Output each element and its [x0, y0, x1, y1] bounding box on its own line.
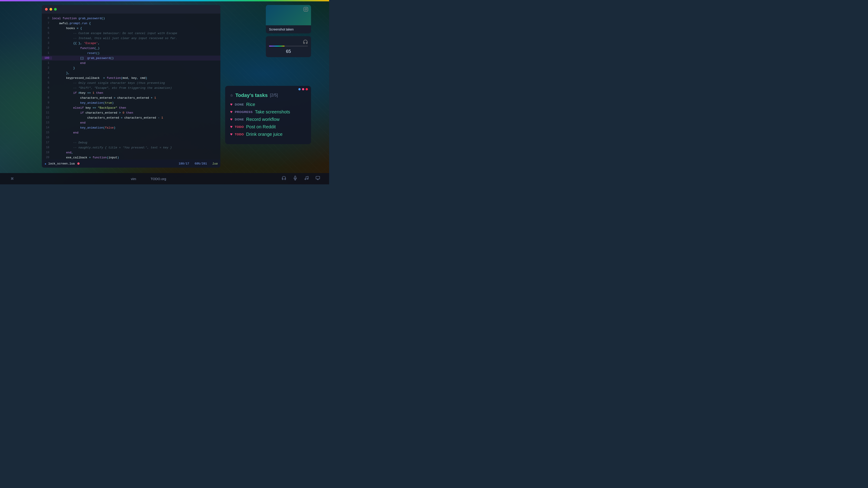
center-label: TODO.org: [151, 177, 166, 181]
line-num: 6: [42, 27, 52, 30]
code-line-25: 16: [42, 135, 220, 140]
line-num: 5: [42, 81, 52, 85]
instagram-icon: [303, 7, 308, 13]
line-num: 7: [42, 91, 52, 94]
code-line-15: 6 -- "Shift", "Escape", etc from trigger…: [42, 86, 220, 90]
line-num: 4: [42, 37, 52, 40]
code-line-28: 19 end,: [42, 150, 220, 155]
line-text: hooks = {: [52, 27, 82, 30]
code-line-4: 5 -- Custom escape behaviour: Do not can…: [42, 31, 220, 36]
line-text: -- Debug: [52, 141, 87, 144]
heart-icon-3: ♥: [230, 117, 232, 122]
todo-dot-pink: [302, 88, 304, 90]
line-text: elseif key == "BackSpace" then: [52, 106, 126, 109]
line-text: if characters_entered > 0 then: [52, 111, 133, 115]
line-num: 9: [42, 101, 52, 104]
todo-text-screenshots: Take screenshots: [255, 109, 290, 115]
screenshot-text: Screenshot taken: [269, 28, 308, 31]
line-num: 1: [42, 61, 52, 65]
headphone-icon: [269, 39, 308, 44]
line-num: 10: [42, 106, 52, 109]
line-text: end,: [52, 151, 73, 154]
cmd-icon[interactable]: ⌘: [9, 176, 16, 182]
status-position: 180/17: [179, 162, 189, 165]
status-filename: lock_screen.lua: [48, 162, 74, 165]
line-text: key_animation(false): [52, 126, 116, 129]
taskbar: ⌘ vim TODO.org: [0, 173, 329, 184]
todo-status-todo-2: TODO: [235, 133, 244, 136]
line-text: exe_callback = function(input): [52, 156, 119, 159]
line-num: 18: [42, 146, 52, 149]
todo-star-icon: ☆: [230, 92, 233, 98]
music-panel: 65: [266, 36, 311, 57]
todo-status-todo-1: TODO: [235, 125, 244, 129]
line-num: 4: [42, 76, 52, 79]
line-num: 8: [42, 96, 52, 99]
todo-text-rice: Rice: [246, 102, 255, 107]
line-text: -- "Shift", "Escape", etc from triggerin…: [52, 86, 172, 90]
code-line-26: 17 -- Debug: [42, 140, 220, 145]
code-line-current: 180 [] grab_password(): [42, 56, 220, 61]
todo-status-done-1: DONE: [235, 103, 244, 106]
todo-titlebar-dots: [298, 88, 308, 90]
code-line-29: 20 exe_callback = function(input): [42, 155, 220, 160]
todo-item-juice: ♥ TODO Drink orange juice: [230, 132, 306, 137]
svg-rect-0: [304, 7, 308, 11]
line-num: 8: [42, 17, 52, 20]
traffic-light-green[interactable]: [54, 8, 57, 11]
taskbar-app-label: vim TODO.org: [16, 177, 282, 181]
code-line-11: 2 }: [42, 66, 220, 70]
line-text: -- Custom escape behaviour: Do not cance…: [52, 32, 177, 35]
editor-content: 8 local function grab_password() 7 awful…: [42, 13, 220, 160]
line-text: keypressed_callback = function(mod, key,…: [52, 76, 147, 80]
line-num: 6: [42, 86, 52, 90]
traffic-light-red[interactable]: [45, 8, 48, 11]
svg-point-1: [305, 8, 307, 10]
taskbar-mic-icon[interactable]: [293, 176, 298, 182]
taskbar-music-icon[interactable]: [304, 176, 309, 182]
line-text: local function grab_password(): [52, 17, 105, 20]
code-line-14: 5 -- Only count single character keys (t…: [42, 80, 220, 86]
code-line-24: 15 end: [42, 130, 220, 135]
code-line-5: 4 -- Instead, this will just clear any i…: [42, 36, 220, 41]
line-num: 12: [42, 116, 52, 119]
todo-text-juice: Drink orange juice: [246, 132, 283, 137]
todo-header: ☆ Today's tasks [2/5]: [230, 92, 306, 98]
traffic-light-yellow[interactable]: [50, 8, 52, 11]
code-line-16: 7 if #key == 1 then: [42, 90, 220, 95]
line-num: 11: [42, 111, 52, 114]
line-text: }: [52, 66, 75, 70]
line-text: if #key == 1 then: [52, 91, 103, 95]
todo-count: [2/5]: [270, 93, 278, 98]
todo-text-workflow: Record workflow: [246, 117, 280, 122]
status-star-icon: ★: [44, 162, 46, 166]
status-percent: 68%/281: [195, 162, 207, 165]
heart-icon-2: ♥: [230, 110, 232, 114]
code-line-6: 3 {{ }, 'Escape',: [42, 41, 220, 46]
line-text: function(_): [52, 46, 100, 50]
editor-titlebar: [42, 5, 220, 13]
line-num: 1: [42, 52, 52, 55]
music-progress-fill: [269, 46, 285, 46]
line-num: 7: [42, 22, 52, 25]
line-text: end: [52, 121, 86, 125]
line-num: 13: [42, 121, 52, 124]
todo-text-reddit: Post on Reddit: [246, 124, 276, 129]
todo-panel: ☆ Today's tasks [2/5] ♥ DONE Rice ♥ PROG…: [225, 86, 311, 144]
code-line-19: 10 elseif key == "BackSpace" then: [42, 105, 220, 110]
taskbar-headphone-icon[interactable]: [282, 176, 286, 182]
todo-status-progress-1: PROGRESS: [235, 110, 253, 113]
vim-label: vim: [131, 177, 136, 181]
taskbar-monitor-icon[interactable]: [315, 176, 320, 182]
status-modified-dot: [77, 162, 80, 165]
line-text: -- naughty.notify { title = 'You pressed…: [52, 146, 172, 149]
line-num: 5: [42, 32, 52, 35]
todo-title: Today's tasks: [235, 92, 268, 98]
line-text: end: [52, 131, 79, 134]
code-line-22: 13 end: [42, 120, 220, 125]
todo-item-reddit: ♥ TODO Post on Reddit: [230, 124, 306, 129]
todo-item-screenshots: ♥ PROGRESS Take screenshots: [230, 109, 306, 115]
heart-icon-1: ♥: [230, 102, 232, 107]
svg-point-6: [307, 178, 308, 180]
line-text: [] grab_password(): [52, 57, 114, 60]
